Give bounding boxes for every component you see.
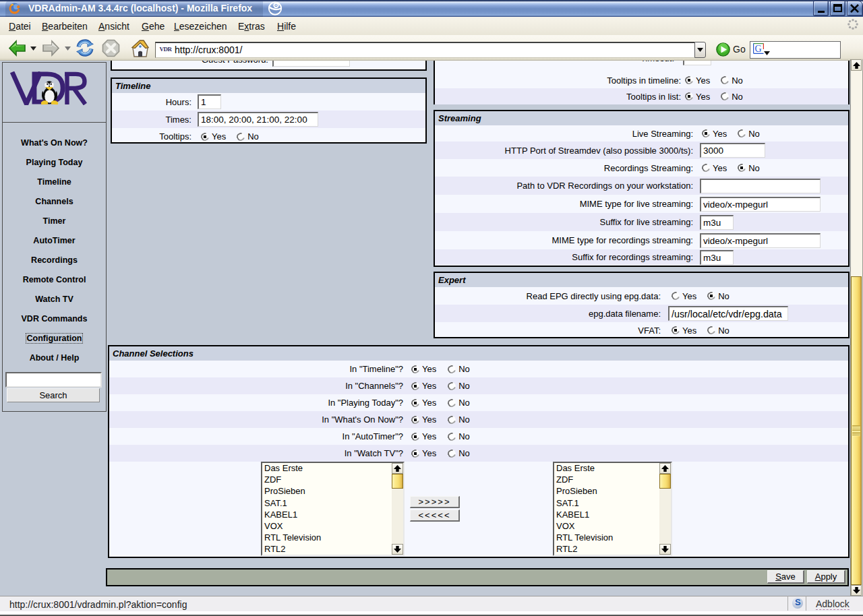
svg-text:G: G xyxy=(755,44,762,54)
svg-text:VDR: VDR xyxy=(160,46,173,53)
